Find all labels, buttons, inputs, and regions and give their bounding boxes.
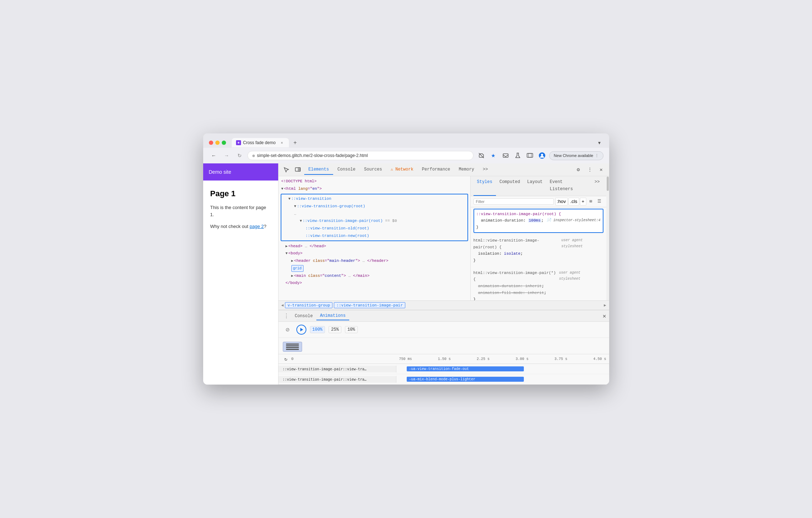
cls-button[interactable]: .cls — [568, 198, 579, 205]
style-rule-ua-2: html::view-transition-image-pair(*) { us… — [473, 268, 603, 300]
tab-styles-more[interactable]: >> — [591, 176, 603, 196]
style-rule-ua-1: html::view-transition-image-pair(root) {… — [473, 236, 603, 265]
tab-sources[interactable]: Sources — [360, 165, 386, 175]
tab-more-tools[interactable]: >> — [478, 165, 492, 175]
account-icon[interactable] — [537, 151, 547, 161]
new-chrome-label: New Chrome available — [554, 153, 593, 158]
devtools-bottom: ⋮ Console Animations ✕ ⊘ 100% 25% 10% — [279, 310, 609, 385]
breadcrumb-forward-icon[interactable]: ▶ — [604, 303, 606, 308]
svg-marker-10 — [300, 328, 303, 331]
tab-event-listeners[interactable]: Event Listeners — [546, 176, 591, 196]
animation-stop-button[interactable]: ⊘ — [283, 325, 293, 335]
elements-panel[interactable]: <!DOCTYPE html> ▼<html lang="en"> ▼::vie… — [279, 176, 471, 300]
animation-group[interactable] — [283, 342, 302, 352]
styles-scrollbar-thumb[interactable] — [607, 177, 609, 191]
tab-computed[interactable]: Computed — [496, 176, 524, 196]
dom-line-vt-image-pair[interactable]: ▼::view-transition-image-pair(root) == $… — [281, 217, 467, 225]
reload-button[interactable]: ↻ — [235, 151, 245, 161]
timeline-row-1: ::view-transition-image-pair::view-tra… … — [279, 364, 609, 374]
bookmark-icon[interactable]: ★ — [488, 151, 498, 161]
demo-p2-text: Why not check out — [210, 224, 250, 229]
ts-225: 2.25 s — [477, 357, 490, 361]
bottom-menu-icon[interactable]: ⋮ — [281, 311, 291, 321]
minimize-window-button[interactable] — [215, 141, 220, 145]
tab-favicon-icon — [236, 140, 241, 145]
select-element-button[interactable] — [281, 165, 291, 175]
breadcrumb-vt-image-pair[interactable]: ::view-transition-image-pair — [334, 302, 405, 308]
close-window-button[interactable] — [209, 141, 213, 145]
tab-layout[interactable]: Layout — [523, 176, 546, 196]
camera-off-icon[interactable] — [476, 151, 486, 161]
tab-close-button[interactable]: × — [280, 140, 285, 145]
styles-filter-input[interactable] — [473, 198, 554, 205]
tab-console-bottom[interactable]: Console — [291, 312, 316, 320]
rule-brace-3: } — [473, 296, 603, 300]
settings-icon[interactable]: ⚙ — [573, 165, 583, 175]
forward-button[interactable]: → — [222, 151, 232, 161]
speed-25[interactable]: 25% — [329, 326, 341, 333]
more-options-icon[interactable]: ⋮ — [585, 165, 595, 175]
dom-line-vt-old[interactable]: ::view-transition-old(root) — [281, 225, 467, 232]
tab-list-button[interactable]: ▾ — [595, 138, 603, 147]
tab-performance[interactable]: Performance — [418, 165, 455, 175]
device-toolbar-button[interactable] — [293, 165, 303, 175]
add-style-button[interactable]: + — [580, 198, 586, 205]
speed-100[interactable]: 100% — [310, 326, 325, 333]
ts-450: 4.50 s — [593, 357, 606, 361]
address-bar[interactable]: ⊕ simple-set-demos.glitch.me/2-slow-cros… — [247, 151, 473, 160]
breadcrumb-back-icon[interactable]: ◀ — [281, 303, 284, 308]
tab-network[interactable]: Network — [386, 165, 418, 175]
timeline-refresh-area: ↻ 0 — [279, 356, 396, 362]
display-icon[interactable] — [525, 151, 535, 161]
dom-line-view-transition[interactable]: ▼::view-transition — [281, 195, 467, 203]
dom-line-vt-new[interactable]: ::view-transition-new(root) — [281, 232, 467, 240]
toggle-classes-icon[interactable]: ☰ — [596, 198, 603, 205]
rule-brace-1: } — [476, 224, 601, 231]
svg-rect-3 — [527, 153, 533, 157]
lab-icon[interactable] — [513, 151, 523, 161]
tab-console[interactable]: Console — [333, 165, 360, 175]
styles-panel: Styles Computed Layout Event Listeners >… — [471, 176, 606, 300]
dom-line-grid-badge[interactable]: grid — [279, 265, 470, 272]
speed-10[interactable]: 10% — [345, 326, 358, 333]
new-tab-button[interactable]: + — [290, 138, 300, 148]
hov-button[interactable]: :hov — [555, 198, 568, 205]
back-button[interactable]: ← — [209, 151, 219, 161]
dom-line-body[interactable]: ▼<body> — [279, 250, 470, 257]
send-icon[interactable] — [501, 151, 511, 161]
timeline-row-2: ::view-transition-image-pair::view-tra… … — [279, 374, 609, 385]
timeline-label-2: ::view-transition-image-pair::view-tra… — [279, 376, 396, 383]
timeline-bar-1[interactable]: -ua-view-transition-fade-out — [407, 366, 524, 371]
breadcrumb-vt-group[interactable]: v-transition-group — [285, 302, 332, 308]
bottom-close-button[interactable]: ✕ — [603, 313, 606, 320]
maximize-window-button[interactable] — [222, 141, 226, 145]
tab-elements[interactable]: Elements — [304, 165, 334, 175]
demo-page2-link[interactable]: page 2 — [250, 224, 264, 229]
styles-scrollbar[interactable] — [606, 176, 609, 300]
devtools-close-button[interactable]: ✕ — [596, 165, 606, 175]
active-tab[interactable]: Cross fade demo × — [232, 138, 289, 147]
timeline-label-1: ::view-transition-image-pair::view-tra… — [279, 366, 396, 372]
rule-prop-3b: animation-fill-mode: inherit; — [473, 290, 603, 296]
new-chrome-button[interactable]: New Chrome available ⋮ — [549, 151, 603, 160]
rule-prop-2: isolation: isolate; — [473, 250, 603, 257]
dom-line-head[interactable]: ▶<head> … </head> — [279, 243, 470, 250]
demo-site: Demo site Page 1 This is the content for… — [203, 163, 278, 385]
dom-line-main[interactable]: ▶<main class="content"> … </main> — [279, 272, 470, 280]
nav-actions: ★ New Chrome available ⋮ — [476, 151, 603, 161]
dom-line-vt-group[interactable]: ▼::view-transition-group(root) — [281, 203, 467, 210]
demo-h1: Page 1 — [210, 189, 271, 198]
dom-line-html[interactable]: ▼<html lang="en"> — [279, 185, 470, 193]
tab-styles[interactable]: Styles — [473, 176, 496, 196]
timeline-area: ↻ 0 750 ms 1.50 s 2.25 s 3.00 s 3.75 s 4… — [279, 354, 609, 385]
timeline-bar-2[interactable]: -ua-mix-blend-mode-plus-lighter — [407, 377, 524, 382]
animation-play-button[interactable] — [296, 325, 306, 335]
file-icon: 📄 — [547, 218, 551, 222]
dom-line-header[interactable]: ▶<header class="main-header"> … </header… — [279, 257, 470, 265]
main-content: Demo site Page 1 This is the content for… — [203, 163, 609, 385]
timeline-refresh-icon[interactable]: ↻ — [283, 356, 289, 362]
tab-animations[interactable]: Animations — [316, 312, 349, 320]
new-style-rule-icon[interactable]: ⊞ — [587, 198, 595, 205]
tab-memory[interactable]: Memory — [455, 165, 478, 175]
title-bar: Cross fade demo × + ▾ — [203, 133, 609, 148]
